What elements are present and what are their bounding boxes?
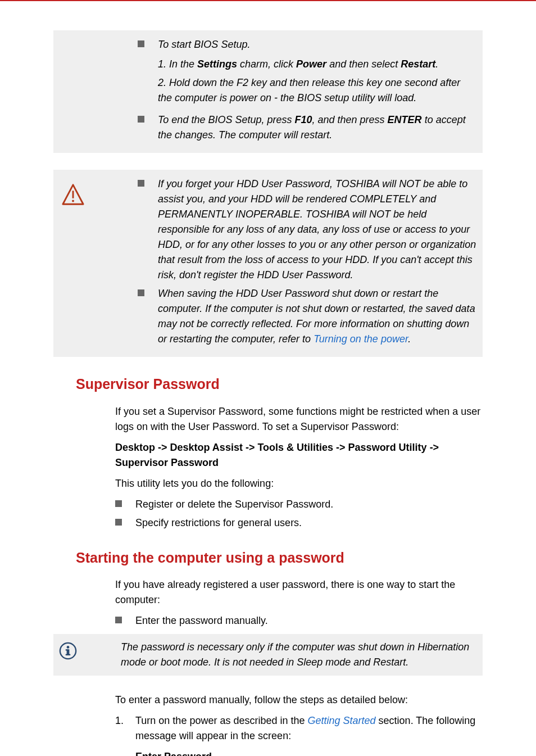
turning-on-power-link[interactable]: Turning on the power: [314, 333, 408, 345]
bullet-icon: [115, 500, 122, 507]
bios-step1-mid: charm, click: [237, 58, 296, 70]
warn-text-2: When saving the HDD User Password shut d…: [158, 286, 477, 347]
bios-step1-b1: Settings: [197, 58, 237, 70]
supervisor-bullet-1-text: Register or delete the Supervisor Passwo…: [135, 497, 483, 512]
starting-bullet-1: Enter the password manually.: [115, 613, 483, 628]
info-callout: The password is necessary only if the co…: [53, 634, 483, 676]
bullet-icon: [138, 180, 144, 187]
bios-step1-mid2: and then select: [326, 58, 401, 70]
bios-step1-pre: 1. In the: [158, 58, 197, 70]
step1-pre: Turn on the power as described in the: [135, 715, 308, 726]
supervisor-bullet-2: Specify restrictions for general users.: [115, 515, 483, 531]
starting-step-1: 1. Turn on the power as described in the…: [115, 713, 483, 756]
warn-2-end: .: [408, 333, 411, 345]
svg-point-2: [72, 200, 74, 202]
bios-step2: 2. Hold down the F2 key and then release…: [158, 75, 477, 106]
bios-end-mid: , and then press: [312, 114, 388, 125]
starting-para-1: If you have already registered a user pa…: [115, 577, 483, 608]
svg-rect-6: [66, 654, 70, 655]
supervisor-password-heading: Supervisor Password: [76, 374, 483, 395]
info-text: The password is necessary only if the co…: [121, 640, 477, 670]
supervisor-bullet-2-text: Specify restrictions for general users.: [135, 515, 483, 531]
bullet-icon: [138, 40, 144, 47]
starting-bullet-1-text: Enter the password manually.: [135, 613, 483, 628]
hdd-warning-callout: If you forget your HDD User Password, TO…: [53, 170, 483, 357]
warning-icon: [61, 183, 84, 206]
bios-end-bullet: To end the BIOS Setup, press F10, and th…: [138, 112, 477, 143]
bios-step1-end: .: [435, 58, 438, 70]
bios-start-intro: To start BIOS Setup.: [158, 37, 477, 52]
bios-setup-callout: To start BIOS Setup. 1. In the Settings …: [53, 30, 483, 153]
step-text: Turn on the power as described in the Ge…: [135, 713, 483, 756]
bios-end-text: To end the BIOS Setup, press F10, and th…: [158, 112, 477, 143]
info-icon: [59, 642, 77, 664]
enter-password-label: Enter Password: [135, 749, 483, 756]
svg-point-4: [67, 646, 70, 649]
warn-text-1: If you forget your HDD User Password, TO…: [158, 176, 477, 283]
bios-start-bullet: To start BIOS Setup. 1. In the Settings …: [138, 37, 477, 109]
bullet-icon: [138, 116, 144, 123]
bullet-icon: [115, 617, 122, 623]
starting-heading: Starting the computer using a password: [76, 547, 483, 569]
bios-step1-b3: Restart: [401, 58, 435, 70]
bios-end-b1: F10: [294, 114, 312, 125]
bios-step1: 1. In the Settings charm, click Power an…: [158, 57, 477, 72]
bios-end-pre: To end the BIOS Setup, press: [158, 114, 294, 125]
supervisor-bullet-1: Register or delete the Supervisor Passwo…: [115, 497, 483, 512]
bullet-icon: [138, 289, 144, 296]
warn-bullet-2: When saving the HDD User Password shut d…: [138, 286, 477, 347]
supervisor-para-2: This utility lets you do the following:: [115, 476, 483, 491]
getting-started-link[interactable]: Getting Started: [308, 715, 376, 726]
warn-bullet-1: If you forget your HDD User Password, TO…: [138, 176, 477, 283]
step-number: 1.: [115, 713, 135, 728]
bullet-icon: [115, 519, 122, 526]
bios-step1-b2: Power: [296, 58, 326, 70]
supervisor-para-1: If you set a Supervisor Password, some f…: [115, 404, 483, 434]
bios-end-b2: ENTER: [388, 114, 422, 125]
svg-rect-7: [66, 649, 69, 650]
starting-para-2: To enter a password manually, follow the…: [115, 692, 483, 708]
supervisor-path: Desktop -> Desktop Assist -> Tools & Uti…: [115, 440, 483, 470]
